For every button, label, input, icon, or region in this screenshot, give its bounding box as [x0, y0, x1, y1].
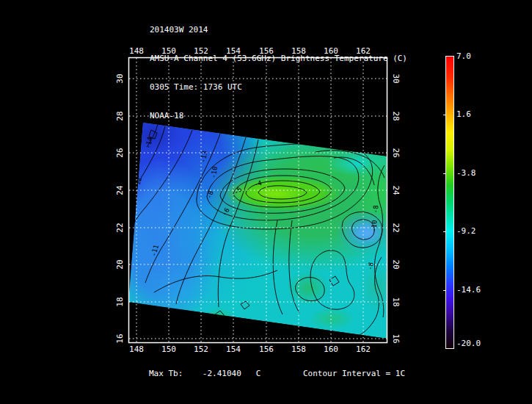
max-tb-annotation: Max Tb: -2.41040 C — [149, 369, 260, 378]
x-tick-top-156: 156 — [255, 47, 277, 56]
y-tick-left-16: 16 — [116, 328, 125, 350]
bottom-right-teal — [360, 263, 395, 313]
colorbar-label--9.2: -9.2 — [456, 227, 476, 236]
colorbar — [445, 56, 454, 349]
y-tick-right-24: 24 — [391, 179, 400, 201]
colorbar-label--14.6: -14.6 — [456, 286, 481, 295]
x-tick-bottom-160: 160 — [320, 345, 342, 354]
x-tick-bottom-148: 148 — [125, 345, 147, 354]
x-tick-bottom-152: 152 — [190, 345, 212, 354]
colorbar-label-1.6: 1.6 — [456, 110, 471, 119]
x-tick-bottom-154: 154 — [222, 345, 244, 354]
y-tick-right-30: 30 — [391, 68, 400, 90]
x-tick-top-160: 160 — [320, 47, 342, 56]
y-tick-right-22: 22 — [391, 217, 400, 239]
y-tick-right-26: 26 — [391, 142, 400, 164]
contour-label: -10 — [370, 220, 378, 232]
bottom-green-spot-3 — [205, 308, 234, 325]
contour-label: -8 — [372, 205, 380, 214]
x-tick-top-152: 152 — [190, 47, 212, 56]
colorbar-tick — [443, 231, 445, 232]
amsu-plot-screen: 201403W 2014 AMSU-A Channel 4 (53.6GHz) … — [0, 0, 532, 404]
colorbar-tick — [443, 290, 445, 291]
y-tick-right-16: 16 — [391, 328, 400, 350]
colorbar-label--3.8: -3.8 — [456, 169, 476, 178]
contour-label: -8 — [366, 261, 375, 270]
y-tick-left-24: 24 — [116, 179, 125, 201]
x-tick-bottom-158: 158 — [288, 345, 310, 354]
colorbar-label--20.0: -20.0 — [456, 339, 481, 348]
y-tick-left-28: 28 — [116, 105, 125, 127]
x-tick-bottom-162: 162 — [352, 345, 374, 354]
colorbar-tick — [443, 115, 445, 115]
y-tick-left-18: 18 — [116, 291, 125, 313]
x-tick-top-158: 158 — [288, 47, 310, 56]
x-tick-top-154: 154 — [222, 47, 244, 56]
y-tick-right-28: 28 — [391, 105, 400, 127]
swath-color-field: -14 -13 -12 -11 -10 -8 -6 -5 -4 -8 -10 -… — [75, 76, 420, 339]
y-tick-left-22: 22 — [116, 217, 125, 239]
y-tick-left-20: 20 — [116, 253, 125, 275]
x-tick-top-162: 162 — [352, 47, 374, 56]
bottom-green-spot-2 — [308, 307, 355, 331]
x-tick-top-150: 150 — [158, 47, 180, 56]
x-tick-bottom-150: 150 — [158, 345, 180, 354]
x-tick-top-148: 148 — [125, 47, 147, 56]
y-tick-right-20: 20 — [391, 253, 400, 275]
contour-interval-annotation: Contour Interval = 1C — [303, 369, 405, 378]
bottom-green-spot-1 — [286, 270, 330, 306]
y-tick-left-26: 26 — [116, 142, 125, 164]
y-tick-left-30: 30 — [116, 68, 125, 90]
colorbar-label-7.0: 7.0 — [456, 52, 471, 61]
x-tick-bottom-156: 156 — [255, 345, 277, 354]
y-tick-right-18: 18 — [391, 291, 400, 313]
colorbar-tick — [443, 173, 445, 174]
